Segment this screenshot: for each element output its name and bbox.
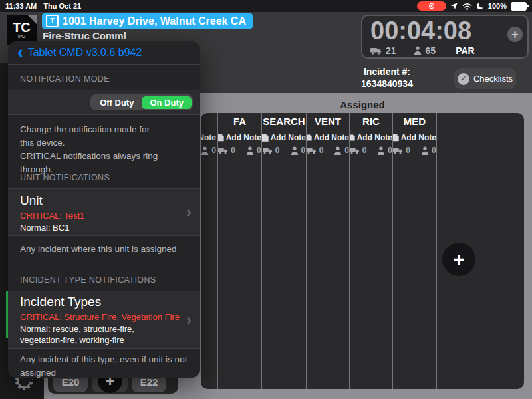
par-button[interactable]: PAR xyxy=(456,45,475,56)
column-counts: 0 xyxy=(201,146,217,155)
column-header: FA xyxy=(218,113,261,130)
apparatus-icon xyxy=(263,147,273,154)
note-icon xyxy=(393,134,399,142)
mode-description-line: this device. xyxy=(20,136,192,150)
assigned-section-title: Assigned xyxy=(201,96,524,113)
apparatus-count: 0 xyxy=(406,146,410,155)
apparatus-count: 0 xyxy=(275,146,280,155)
note-icon xyxy=(218,134,224,142)
personnel-count: 0 xyxy=(432,146,436,155)
apparatus-icon xyxy=(393,147,403,154)
apparatus-icon xyxy=(370,47,382,55)
popover-tail xyxy=(17,376,35,387)
moon-icon xyxy=(476,2,484,10)
incident-type-description: Any incident of this type, even if unit … xyxy=(20,353,192,378)
add-note-label: Note xyxy=(201,133,216,142)
apparatus-icon xyxy=(307,147,317,154)
timer-add-button[interactable]: + xyxy=(507,27,523,42)
elapsed-time: 00:04:08 xyxy=(370,17,471,45)
note-icon xyxy=(262,134,269,142)
apparatus-icon xyxy=(350,147,360,154)
apparatus-count: 0 xyxy=(231,146,235,155)
apparatus-count: 0 xyxy=(362,146,367,155)
assigned-board: Note 0 FA Add Note 0 xyxy=(201,113,524,389)
incident-number: 1634840934 xyxy=(327,78,447,90)
incident-type-label: Fire-Struc Comml xyxy=(43,30,126,41)
popover-title: Tablet CMD v3.0.6 b942 xyxy=(28,47,142,59)
add-note-button[interactable]: Add Note xyxy=(350,133,392,142)
personnel-count: 65 xyxy=(426,45,436,56)
location-icon xyxy=(450,2,458,10)
add-assignment-button[interactable]: + xyxy=(442,243,475,276)
personnel-icon xyxy=(421,146,429,155)
personnel-icon xyxy=(414,46,422,55)
personnel-count: 0 xyxy=(301,146,306,155)
logo-build: 942 xyxy=(18,34,26,39)
row-critical-value: CRITICAL: Structure Fire, Vegetation Fir… xyxy=(20,312,180,322)
personnel-icon xyxy=(377,146,385,155)
assigned-column-vent: VENT Add Note 0 0 xyxy=(306,113,349,389)
tablet-command-logo[interactable]: TC 942 xyxy=(7,15,37,45)
battery-percent: 100% xyxy=(488,2,507,10)
row-normal-value: Normal: BC1 xyxy=(20,222,173,233)
column-counts: 0 0 xyxy=(307,146,349,155)
assigned-column-search: SEARCH Add Note 0 0 xyxy=(261,113,306,389)
mode-description-line: CRITICAL notifications always ring throu… xyxy=(20,150,192,176)
assigned-column-clipped: Note 0 xyxy=(201,113,217,389)
battery-icon xyxy=(511,2,527,11)
add-note-button[interactable]: Add Note xyxy=(262,133,306,142)
settings-popover: ‹ Tablet CMD v3.0.6 b942 NOTIFICATION MO… xyxy=(8,41,200,378)
personnel-count: 0 xyxy=(211,146,216,155)
row-critical-value: CRITICAL: Test1 xyxy=(20,211,84,221)
add-note-button[interactable]: Add Note xyxy=(218,133,261,142)
column-counts: 0 0 xyxy=(218,146,261,155)
column-counts: 0 0 xyxy=(262,146,306,155)
add-note-label: Add Note xyxy=(271,133,306,142)
section-notification-mode: NOTIFICATION MODE xyxy=(20,74,110,84)
column-header: RIC xyxy=(350,113,392,130)
apparatus-count: 0 xyxy=(319,146,324,155)
unit-description: Any incident where this unit is assigned xyxy=(20,243,192,256)
note-icon xyxy=(350,134,355,142)
status-bar: 11:33 AM Thu Oct 21 100% xyxy=(0,0,532,12)
row-normal-value: Normal: rescue, structure-fire, vegetati… xyxy=(20,323,173,346)
personnel-icon xyxy=(201,146,209,155)
personnel-icon xyxy=(334,146,342,155)
personnel-icon xyxy=(291,146,299,155)
checklists-button[interactable]: ✓ Checklists xyxy=(454,68,516,89)
check-icon: ✓ xyxy=(458,73,469,85)
wifi-icon xyxy=(462,3,472,10)
add-note-button[interactable]: Note xyxy=(201,133,217,142)
column-header: VENT xyxy=(307,113,349,130)
checklists-label: Checklists xyxy=(473,74,513,84)
personnel-count: 0 xyxy=(388,146,392,155)
incident-address-button[interactable]: T 1001 Harvey Drive, Walnut Creek CA xyxy=(42,13,253,29)
add-note-button[interactable]: Add Note xyxy=(393,133,436,142)
row-title: Incident Types xyxy=(20,295,101,309)
section-incident-type-notifications: INCIDENT TYPE NOTIFICATIONS xyxy=(20,275,156,285)
add-note-label: Add Note xyxy=(314,133,349,142)
popover-back-button[interactable]: ‹ Tablet CMD v3.0.6 b942 xyxy=(17,47,142,59)
incident-types-row[interactable]: Incident Types CRITICAL: Structure Fire,… xyxy=(8,291,200,349)
assigned-column-fa: FA Add Note 0 0 xyxy=(217,113,261,389)
column-header: SEARCH xyxy=(262,113,306,130)
mode-description-line: Change the notification mode for xyxy=(20,123,192,136)
row-title: Unit xyxy=(20,194,43,208)
personnel-count: 0 xyxy=(257,146,261,155)
add-note-button[interactable]: Add Note xyxy=(307,133,349,142)
chevron-right-icon: › xyxy=(186,203,192,221)
status-time: 11:33 AM xyxy=(5,2,37,10)
unit-notification-row[interactable]: Unit CRITICAL: Test1 Normal: BC1 › xyxy=(8,188,200,236)
personnel-count: 0 xyxy=(344,146,349,155)
incident-type-badge-icon: T xyxy=(46,15,59,27)
off-duty-option[interactable]: Off Duty xyxy=(92,98,142,108)
on-duty-option[interactable]: On Duty xyxy=(142,96,192,109)
chevron-left-icon: ‹ xyxy=(17,47,23,57)
section-unit-notifications: UNIT NOTIFICATIONS xyxy=(20,173,110,182)
status-date: Thu Oct 21 xyxy=(43,2,81,10)
screen-recording-indicator[interactable] xyxy=(417,1,446,11)
add-note-label: Add Note xyxy=(357,133,392,142)
personnel-icon xyxy=(246,146,254,155)
tablet-cmd-screen: 11:33 AM Thu Oct 21 100% xyxy=(0,0,532,399)
column-counts: 0 0 xyxy=(350,146,392,155)
